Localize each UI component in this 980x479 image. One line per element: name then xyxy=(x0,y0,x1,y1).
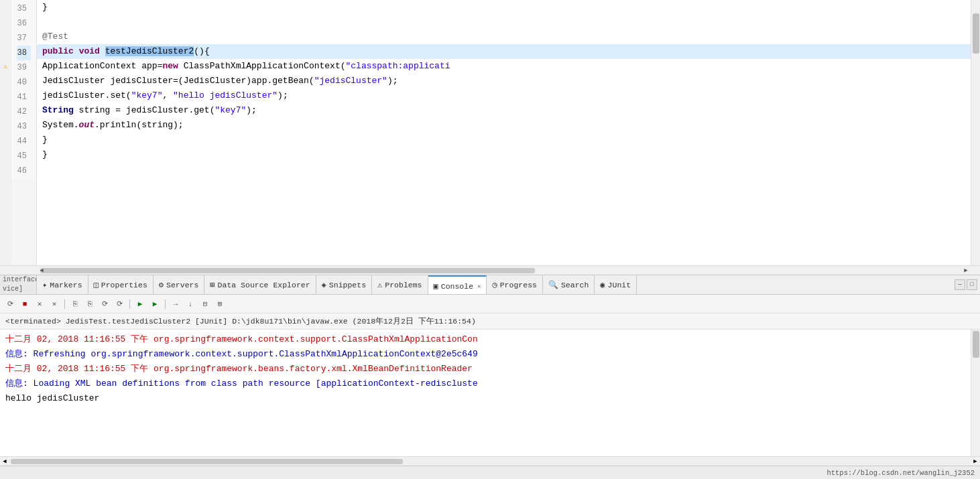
console-hscroll[interactable]: ◀ ▶ xyxy=(0,456,980,466)
console-line-1: 十二月 02, 2018 11:16:55 下午 org.springframe… xyxy=(5,332,965,347)
editor-vscroll[interactable] xyxy=(971,0,980,265)
nav-right-btn[interactable]: → xyxy=(170,298,182,310)
problems-icon: ⚠ xyxy=(377,280,382,290)
toolbar-sep-1 xyxy=(64,299,65,309)
stop-btn[interactable]: ■ xyxy=(19,298,31,310)
code-lines-area[interactable]: } @Test public void testJedisCluster2(){… xyxy=(37,0,980,265)
tab-console[interactable]: ▣ Console ✕ xyxy=(428,275,487,294)
code-line-39: ApplicationContext app=new ClassPathXmlA… xyxy=(37,59,980,74)
expand-btn[interactable]: ⊞ xyxy=(214,298,226,310)
sync2-btn[interactable]: ⟳ xyxy=(113,298,125,310)
code-line-37: @Test xyxy=(37,29,980,44)
panel-label-vice: vice] xyxy=(3,285,36,294)
vscroll-thumb[interactable] xyxy=(973,13,979,54)
hscroll-right-btn[interactable]: ▶ xyxy=(961,266,971,275)
tab-bar-controls: — □ xyxy=(955,275,980,294)
hscroll-thumb[interactable] xyxy=(40,268,535,273)
hscroll-left[interactable]: ◀ xyxy=(0,458,9,465)
console-toolbar: ⟳ ■ ✕ ✕ ⎘ ⎘ ⟳ ⟳ ▶ ▶ → ↓ ⊟ ⊞ xyxy=(0,295,980,314)
close-btn[interactable]: ✕ xyxy=(48,298,60,310)
left-margin: ⚠ xyxy=(0,0,11,265)
junit-icon: ◉ xyxy=(600,280,605,290)
console-icon: ▣ xyxy=(434,281,438,291)
console-line-4: 信息: Loading XML bean definitions from cl… xyxy=(5,377,965,391)
code-line-41: jedisCluster.set("key7", "hello jedisClu… xyxy=(37,88,980,103)
code-line-46 xyxy=(37,162,980,177)
console-header: <terminated> JedisTest.testJedisCluster2… xyxy=(0,314,980,330)
console-line-2: 信息: Refreshing org.springframework.conte… xyxy=(5,347,965,362)
tab-servers[interactable]: ⚙ Servers xyxy=(154,275,205,294)
servers-icon: ⚙ xyxy=(159,280,164,290)
progress-icon: ◷ xyxy=(492,280,497,290)
code-line-35: } xyxy=(37,0,980,15)
code-line-38: public void testJedisCluster2(){ xyxy=(37,44,980,59)
tab-properties[interactable]: ◫ Properties xyxy=(88,275,154,294)
markers-icon: ✦ xyxy=(42,280,47,290)
tab-snippets[interactable]: ◈ Snippets xyxy=(316,275,372,294)
code-line-45: } xyxy=(37,147,980,162)
hscroll-right[interactable]: ▶ xyxy=(971,458,980,465)
toolbar-sep-2 xyxy=(129,299,130,309)
code-line-40: JedisCluster jedisCluster=(JedisCluster)… xyxy=(37,74,980,88)
panel-label-interface: interface xyxy=(3,275,36,285)
tab-progress[interactable]: ◷ Progress xyxy=(487,275,542,294)
left-panel-labels: interface vice] xyxy=(0,275,37,294)
minimize-view-btn[interactable]: — xyxy=(955,279,965,290)
tab-datasource[interactable]: ⊞ Data Source Explorer xyxy=(204,275,316,294)
properties-icon: ◫ xyxy=(94,280,99,290)
console-hscroll-thumb[interactable] xyxy=(11,459,403,464)
nav-down-btn[interactable]: ↓ xyxy=(184,298,196,310)
code-editor: ⚠ 35 36 37 38 39 40 41 42 43 44 45 46 xyxy=(0,0,980,275)
console-area: <terminated> JedisTest.testJedisCluster2… xyxy=(0,314,980,466)
search-icon: 🔍 xyxy=(548,280,558,290)
run2-btn[interactable]: ▶ xyxy=(149,298,161,310)
datasource-icon: ⊞ xyxy=(210,280,215,290)
tab-markers[interactable]: ✦ Markers xyxy=(37,275,88,294)
status-bar: https://blog.csdn.net/wanglin_j2352 xyxy=(0,466,980,479)
copy-btn[interactable]: ⎘ xyxy=(69,298,81,310)
console-tab-indicator: ✕ xyxy=(477,283,481,290)
refresh-btn[interactable]: ⟳ xyxy=(4,298,16,310)
hscroll-left-btn[interactable]: ◀ xyxy=(37,266,46,275)
warning-marker: ⚠ xyxy=(0,59,11,74)
status-url: https://blog.csdn.net/wanglin_j2352 xyxy=(826,469,975,477)
sync-btn[interactable]: ⟳ xyxy=(99,298,111,310)
copy2-btn[interactable]: ⎘ xyxy=(84,298,96,310)
snippets-icon: ◈ xyxy=(322,280,326,290)
tab-bar: interface vice] ✦ Markers ◫ Properties ⚙… xyxy=(0,275,980,295)
breakpoint-marker xyxy=(0,44,11,59)
console-vscroll[interactable] xyxy=(971,330,980,456)
toolbar-sep-3 xyxy=(165,299,166,309)
maximize-view-btn[interactable]: □ xyxy=(967,279,977,290)
editor-hscroll[interactable]: ◀ ▶ xyxy=(0,265,980,275)
run-btn[interactable]: ▶ xyxy=(134,298,146,310)
collapse-btn[interactable]: ⊟ xyxy=(199,298,211,310)
tab-search[interactable]: 🔍 Search xyxy=(543,275,595,294)
tab-problems[interactable]: ⚠ Problems xyxy=(372,275,428,294)
code-line-43: System.out.println(string); xyxy=(37,118,980,133)
clear-btn[interactable]: ✕ xyxy=(34,298,46,310)
tab-junit[interactable]: ◉ JUnit xyxy=(595,275,637,294)
console-vscroll-thumb[interactable] xyxy=(973,331,979,358)
console-line-3: 十二月 02, 2018 11:16:55 下午 org.springframe… xyxy=(5,362,965,377)
console-line-5: hello jedisCluster xyxy=(5,391,965,406)
code-line-36 xyxy=(37,15,980,29)
code-line-42: String string = jedisCluster.get("key7")… xyxy=(37,103,980,118)
console-output[interactable]: 十二月 02, 2018 11:16:55 下午 org.springframe… xyxy=(0,330,971,456)
line-numbers: 35 36 37 38 39 40 41 42 43 44 45 46 xyxy=(11,0,37,178)
code-line-44: } xyxy=(37,133,980,147)
